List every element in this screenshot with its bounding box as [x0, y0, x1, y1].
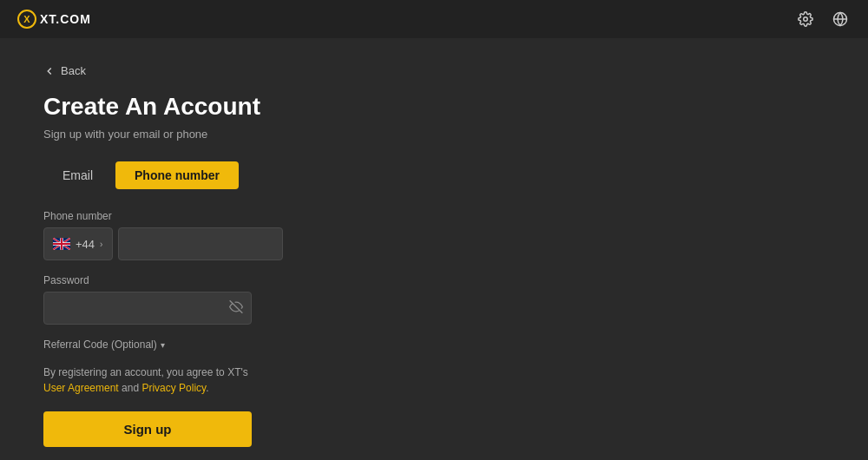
page-subtitle: Sign up with your email or phone — [43, 128, 825, 141]
country-chevron-icon: › — [100, 240, 102, 249]
password-field-group — [43, 292, 252, 325]
phone-input-group: +44 › — [43, 227, 252, 260]
tab-group: Email Phone number — [43, 161, 825, 189]
tab-email[interactable]: Email — [43, 161, 112, 189]
back-label: Back — [61, 64, 86, 77]
logo-x-icon: X — [17, 10, 36, 29]
header-actions — [795, 9, 851, 30]
user-agreement-link[interactable]: User Agreement — [43, 382, 119, 394]
toggle-password-icon[interactable] — [229, 300, 243, 317]
phone-label: Phone number — [43, 210, 252, 222]
signup-button[interactable]: Sign up — [43, 411, 252, 447]
phone-number-input[interactable] — [118, 227, 283, 260]
password-label: Password — [43, 274, 252, 286]
uk-flag-icon — [53, 238, 70, 250]
registration-form: Phone number +44 › Password — [43, 210, 252, 460]
settings-icon[interactable] — [795, 9, 816, 30]
country-selector[interactable]: +44 › — [43, 227, 113, 260]
svg-point-0 — [804, 17, 808, 22]
country-code: +44 — [76, 238, 95, 251]
referral-code-toggle[interactable]: Referral Code (Optional) ▾ — [43, 338, 252, 351]
back-button[interactable]: Back — [43, 64, 86, 77]
logo-text: XT.COM — [40, 12, 91, 26]
referral-chevron-icon: ▾ — [161, 340, 165, 350]
privacy-policy-link[interactable]: Privacy Policy — [141, 382, 206, 394]
header: X XT.COM — [0, 0, 868, 38]
password-input[interactable] — [43, 292, 252, 325]
back-arrow-icon — [43, 65, 56, 77]
page-title: Create An Account — [43, 93, 825, 121]
logo[interactable]: X XT.COM — [17, 10, 91, 29]
terms-text: By registering an account, you agree to … — [43, 365, 252, 396]
main-content: Back Create An Account Sign up with your… — [0, 38, 868, 460]
tab-phone[interactable]: Phone number — [115, 161, 239, 189]
referral-label: Referral Code (Optional) — [43, 338, 157, 351]
globe-icon[interactable] — [830, 9, 851, 30]
